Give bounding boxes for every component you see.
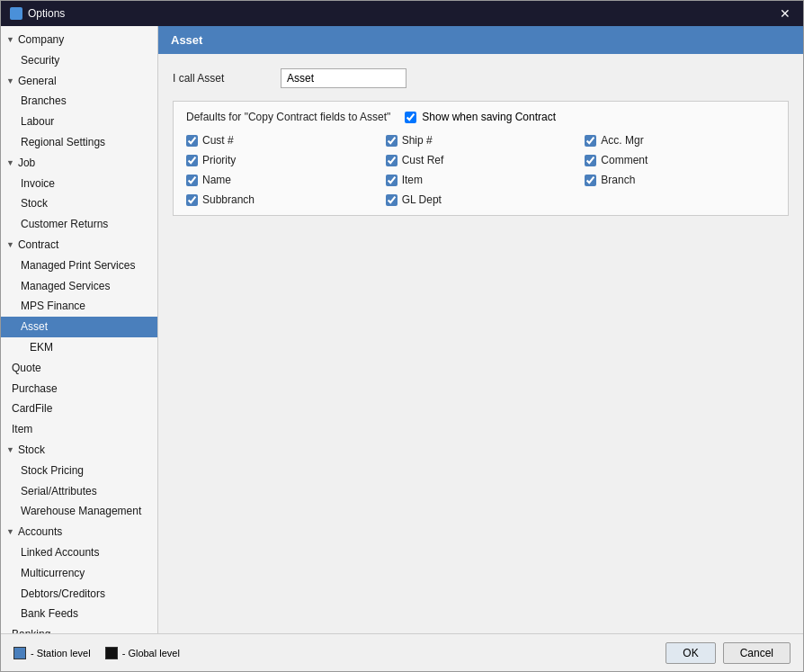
sidebar-label: Warehouse Management bbox=[21, 504, 141, 519]
checkbox-item-name: Name bbox=[186, 174, 377, 186]
sidebar-label: Contract bbox=[18, 237, 58, 253]
global-level-legend: - Global level bbox=[105, 647, 180, 659]
show-when-label: Show when saving Contract bbox=[422, 111, 556, 123]
chevron-icon: ▼ bbox=[6, 157, 14, 169]
sidebar-label: Managed Print Services bbox=[21, 258, 135, 273]
sidebar-item-customer-returns[interactable]: Customer Returns bbox=[1, 214, 157, 235]
sidebar-item-asset[interactable]: Asset bbox=[1, 317, 157, 337]
ok-button[interactable]: OK bbox=[666, 642, 715, 664]
sidebar-label: Bank Feeds bbox=[21, 606, 78, 622]
show-when-row: Show when saving Contract bbox=[405, 111, 556, 123]
cancel-button[interactable]: Cancel bbox=[723, 642, 791, 664]
sidebar-item-contract[interactable]: ▼Contract bbox=[1, 235, 157, 255]
sidebar-label: Stock bbox=[18, 443, 45, 458]
sidebar-item-job[interactable]: ▼Job bbox=[1, 153, 157, 174]
sidebar-label: Accounts bbox=[18, 524, 62, 540]
sidebar-item-company[interactable]: ▼Company bbox=[1, 30, 157, 50]
call-asset-input[interactable] bbox=[281, 68, 406, 88]
checkbox-acc-mgr[interactable] bbox=[585, 135, 596, 147]
footer: - Station level - Global level OK Cancel bbox=[1, 633, 803, 671]
chevron-icon: ▼ bbox=[6, 34, 14, 46]
sidebar-item-invoice[interactable]: Invoice bbox=[1, 174, 157, 194]
sidebar-item-mps-finance[interactable]: MPS Finance bbox=[1, 296, 157, 317]
checkbox-comment[interactable] bbox=[585, 155, 596, 166]
checkbox-ship-num[interactable] bbox=[386, 135, 398, 147]
checkbox-label-item: Item bbox=[402, 174, 423, 186]
sidebar-item-multicurrency[interactable]: Multicurrency bbox=[1, 563, 157, 584]
sidebar-item-managed-print-services[interactable]: Managed Print Services bbox=[1, 255, 157, 276]
defaults-header: Defaults for "Copy Contract fields to As… bbox=[186, 111, 775, 123]
checkbox-branch[interactable] bbox=[585, 175, 596, 186]
station-level-label: - Station level bbox=[31, 648, 91, 659]
defaults-title: Defaults for "Copy Contract fields to As… bbox=[186, 111, 390, 123]
sidebar: ▼CompanySecurity▼GeneralBranchesLabourRe… bbox=[1, 26, 158, 633]
sidebar-label: Asset bbox=[21, 319, 48, 335]
sidebar-item-quote[interactable]: Quote bbox=[1, 358, 157, 379]
show-when-checkbox[interactable] bbox=[405, 112, 416, 123]
sidebar-label: General bbox=[18, 74, 57, 89]
global-level-color bbox=[105, 647, 118, 659]
checkbox-item-priority: Priority bbox=[186, 154, 377, 166]
main-panel: Asset I call Asset Defaults for "Copy Co… bbox=[158, 26, 803, 633]
checkbox-item-branch: Branch bbox=[585, 174, 775, 186]
checkbox-cust-ref[interactable] bbox=[386, 155, 398, 166]
sidebar-label: Invoice bbox=[21, 176, 55, 192]
chevron-icon: ▼ bbox=[6, 526, 14, 538]
defaults-section: Defaults for "Copy Contract fields to As… bbox=[173, 101, 789, 216]
sidebar-label: Stock bbox=[21, 196, 48, 211]
sidebar-item-stock[interactable]: Stock bbox=[1, 193, 157, 214]
sidebar-item-accounts[interactable]: ▼Accounts bbox=[1, 522, 157, 542]
sidebar-item-managed-services[interactable]: Managed Services bbox=[1, 276, 157, 297]
window-title: Options bbox=[28, 7, 65, 20]
sidebar-item-regional-settings[interactable]: Regional Settings bbox=[1, 132, 157, 153]
station-level-color bbox=[13, 647, 26, 659]
checkbox-label-branch: Branch bbox=[601, 174, 635, 186]
sidebar-label: CardFile bbox=[12, 401, 52, 417]
sidebar-item-branches[interactable]: Branches bbox=[1, 91, 157, 112]
sidebar-label: Stock Pricing bbox=[21, 463, 84, 479]
sidebar-label: MPS Finance bbox=[21, 299, 85, 314]
checkbox-item-ship-num: Ship # bbox=[386, 134, 576, 147]
sidebar-label: Customer Returns bbox=[21, 217, 108, 232]
sidebar-label: Item bbox=[12, 422, 32, 437]
footer-legend: - Station level - Global level bbox=[13, 647, 180, 659]
sidebar-item-linked-accounts[interactable]: Linked Accounts bbox=[1, 542, 157, 563]
checkbox-cust-num[interactable] bbox=[186, 135, 198, 147]
checkbox-label-gl-dept: GL Dept bbox=[402, 193, 442, 206]
sidebar-label: EKM bbox=[30, 340, 53, 355]
sidebar-label: Purchase bbox=[12, 381, 58, 397]
sidebar-item-item[interactable]: Item bbox=[1, 419, 157, 440]
checkbox-subbranch[interactable] bbox=[186, 194, 198, 206]
panel-body: I call Asset Defaults for "Copy Contract… bbox=[158, 54, 803, 633]
checkbox-label-priority: Priority bbox=[202, 154, 236, 166]
checkbox-item-subbranch: Subbranch bbox=[186, 193, 377, 206]
sidebar-label: Company bbox=[18, 32, 64, 48]
sidebar-item-purchase[interactable]: Purchase bbox=[1, 379, 157, 399]
sidebar-item-stock2[interactable]: ▼Stock bbox=[1, 440, 157, 461]
sidebar-item-debtors-creditors[interactable]: Debtors/Creditors bbox=[1, 584, 157, 605]
sidebar-label: Job bbox=[18, 156, 35, 171]
sidebar-item-serial-attributes[interactable]: Serial/Attributes bbox=[1, 481, 157, 502]
global-level-label: - Global level bbox=[122, 648, 180, 659]
sidebar-label: Banking bbox=[12, 627, 50, 633]
sidebar-item-ekm[interactable]: EKM bbox=[1, 337, 157, 358]
sidebar-item-general[interactable]: ▼General bbox=[1, 71, 157, 92]
sidebar-label: Labour bbox=[21, 114, 54, 130]
sidebar-item-warehouse-management[interactable]: Warehouse Management bbox=[1, 501, 157, 522]
sidebar-item-bank-feeds[interactable]: Bank Feeds bbox=[1, 604, 157, 624]
sidebar-item-security[interactable]: Security bbox=[1, 50, 157, 71]
checkbox-item-cust-ref: Cust Ref bbox=[386, 154, 576, 166]
sidebar-label: Linked Accounts bbox=[21, 545, 99, 560]
close-button[interactable]: ✕ bbox=[776, 4, 794, 22]
sidebar-item-banking[interactable]: Banking bbox=[1, 624, 157, 633]
checkbox-priority[interactable] bbox=[186, 155, 198, 166]
sidebar-item-cardfile[interactable]: CardFile bbox=[1, 399, 157, 419]
sidebar-label: Quote bbox=[12, 361, 41, 376]
sidebar-item-labour[interactable]: Labour bbox=[1, 112, 157, 132]
checkbox-item-gl-dept: GL Dept bbox=[386, 193, 576, 206]
checkbox-label-acc-mgr: Acc. Mgr bbox=[601, 134, 643, 147]
checkbox-gl-dept[interactable] bbox=[386, 194, 398, 206]
sidebar-item-stock-pricing[interactable]: Stock Pricing bbox=[1, 461, 157, 481]
checkbox-name[interactable] bbox=[186, 175, 198, 186]
checkbox-item[interactable] bbox=[386, 175, 398, 186]
